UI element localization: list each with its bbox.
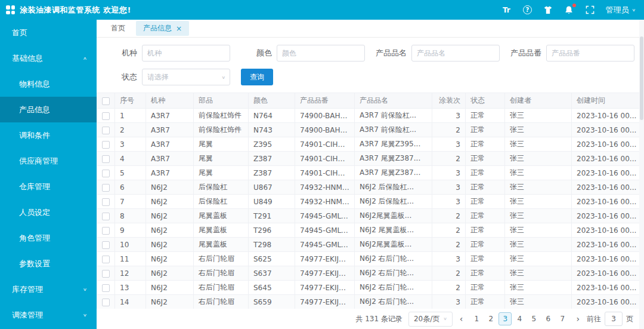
page-button[interactable]: 4 [513, 312, 526, 325]
cell-color: T298 [249, 238, 295, 252]
page-button[interactable]: 6 [541, 312, 555, 325]
row-checkbox[interactable] [102, 241, 110, 249]
row-checkbox[interactable] [102, 284, 110, 292]
cell-seq: 14 [115, 295, 146, 309]
sidebar-item[interactable]: 首页 [0, 20, 97, 45]
cell-seq: 3 [115, 137, 146, 152]
cell-machine: A3R7 [146, 109, 194, 123]
cell-product-no: 74977-EKIJM0... [295, 252, 355, 266]
sidebar-subitem[interactable]: 供应商管理 [0, 148, 97, 174]
tab-item[interactable]: 首页 [104, 21, 132, 36]
help-icon[interactable]: ? [522, 5, 532, 16]
row-checkbox[interactable] [102, 170, 110, 177]
cell-creator: 张三 [505, 295, 572, 309]
cell-status: 正常 [466, 281, 505, 295]
sidebar-item[interactable]: 调漆管理∨ [0, 302, 97, 328]
cell-part: 后保险杠 [194, 195, 249, 209]
sidebar-subitem[interactable]: 角色管理 [0, 225, 97, 251]
sidebar-subitem[interactable]: 仓库管理 [0, 174, 97, 199]
scrollbar-thumb[interactable] [640, 36, 643, 120]
page-button[interactable]: 1 [470, 312, 483, 325]
notification-bell-icon[interactable] [564, 5, 574, 16]
cell-seq: 11 [115, 252, 146, 266]
cell-color: S659 [249, 295, 295, 309]
sidebar-subitem[interactable]: 人员设定 [0, 199, 97, 225]
status-select-input[interactable] [142, 69, 230, 85]
column-header: 状态 [466, 93, 505, 109]
cell-coats: 2 [432, 223, 466, 238]
product-name-filter-input[interactable] [411, 45, 500, 62]
page-size-select[interactable]: 20条/页 ∨ [408, 312, 453, 327]
sidebar-subitem[interactable]: 参数设置 [0, 251, 97, 276]
sidebar-subitem[interactable]: 调和条件 [0, 122, 97, 148]
next-page-button[interactable]: › [575, 314, 581, 324]
fullscreen-icon[interactable] [584, 5, 595, 16]
table-row: 11N6J2右后门轮眉S62574977-EKIJM0...N6J2 右后门轮.… [97, 252, 644, 266]
goto-page-input[interactable] [605, 312, 623, 326]
row-checkbox[interactable] [102, 155, 110, 163]
row-checkbox[interactable] [102, 256, 110, 263]
cell-created: 2023-10-16 00... [572, 266, 644, 281]
cell-created: 2023-10-16 00... [572, 238, 644, 252]
select-all-checkbox[interactable] [102, 97, 110, 105]
sidebar-subitem[interactable]: 产品信息 [0, 97, 97, 122]
cell-product-no: 74901-CIHK00... [295, 166, 355, 180]
column-header: 创建时间 [572, 93, 644, 109]
cell-checkbox [97, 195, 115, 209]
color-filter-input[interactable] [277, 45, 365, 62]
cell-machine: A3R7 [146, 137, 194, 152]
user-name: 管理员 [605, 5, 628, 16]
user-menu[interactable]: 管理员 ∨ [605, 5, 636, 16]
cell-seq: 5 [115, 166, 146, 180]
product-table: 序号机种部品颜色产品品番产品品名涂装次状态创建者创建时间 1A3R7前保险杠饰件… [97, 93, 644, 309]
page-button[interactable]: 5 [527, 312, 540, 325]
row-checkbox[interactable] [102, 112, 110, 120]
status-filter-select[interactable]: ∨ [142, 69, 230, 85]
chevron-down-icon: ∨ [443, 316, 447, 321]
tab-close-icon[interactable]: × [176, 25, 182, 32]
row-checkbox[interactable] [102, 299, 110, 306]
cell-color: N764 [249, 109, 295, 123]
row-checkbox[interactable] [102, 213, 110, 220]
cell-part: 后保险杠 [194, 180, 249, 195]
row-checkbox[interactable] [102, 127, 110, 134]
row-checkbox[interactable] [102, 141, 110, 149]
cell-checkbox [97, 123, 115, 137]
cell-checkbox [97, 152, 115, 166]
cell-product-name: A3R7 前保险杠... [355, 109, 432, 123]
cell-checkbox [97, 281, 115, 295]
cell-color: Z395 [249, 137, 295, 152]
cell-seq: 8 [115, 209, 146, 223]
cell-checkbox [97, 295, 115, 309]
row-checkbox[interactable] [102, 184, 110, 192]
cell-seq: 1 [115, 109, 146, 123]
cell-created: 2023-10-16 00... [572, 180, 644, 195]
page-button[interactable]: 7 [556, 312, 569, 325]
cell-product-name: N6J2尾翼盖板... [355, 238, 432, 252]
sidebar-item[interactable]: 基础信息∧ [0, 45, 97, 71]
sidebar-item[interactable]: 库存管理∨ [0, 276, 97, 302]
row-checkbox[interactable] [102, 227, 110, 235]
cell-product-no: 74945-GMLO0... [295, 209, 355, 223]
cell-creator: 张三 [505, 209, 572, 223]
cell-seq: 12 [115, 266, 146, 281]
scrollbar[interactable] [639, 20, 644, 329]
sidebar-item-label: 库存管理 [12, 284, 43, 295]
product-no-filter-input[interactable] [546, 45, 634, 62]
search-button[interactable]: 查询 [241, 69, 273, 85]
cell-product-no: 74977-EKIJM0... [295, 281, 355, 295]
prev-page-button[interactable]: ‹ [459, 314, 465, 324]
page-button[interactable]: 3 [499, 312, 512, 325]
sidebar-subitem[interactable]: 物料信息 [0, 71, 97, 97]
status-filter-label: 状态 [106, 72, 137, 82]
theme-shirt-icon[interactable] [543, 5, 553, 16]
row-checkbox[interactable] [102, 198, 110, 206]
cell-part: 右后门轮眉 [194, 295, 249, 309]
row-checkbox[interactable] [102, 270, 110, 278]
tab-active[interactable]: 产品信息× [136, 21, 189, 36]
font-size-icon[interactable]: Tr [501, 5, 512, 16]
page-button[interactable]: 2 [484, 312, 497, 325]
sidebar-subitem-label: 角色管理 [19, 233, 50, 244]
cell-created: 2023-10-16 00... [572, 252, 644, 266]
machine-filter-input[interactable] [142, 45, 230, 62]
